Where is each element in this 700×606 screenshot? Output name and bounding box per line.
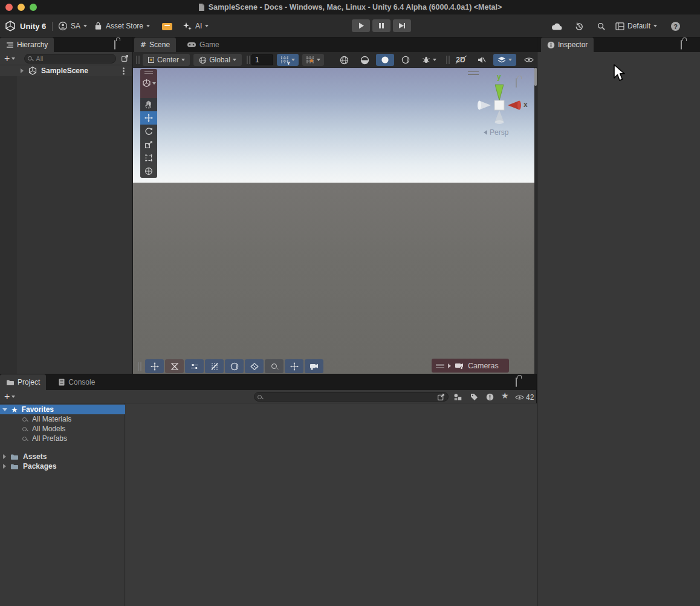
cloud-button[interactable] (551, 22, 563, 31)
grid-snap-button[interactable] (302, 54, 324, 66)
history-button[interactable] (574, 22, 584, 31)
rect-tool-button[interactable] (140, 151, 157, 165)
2d-toggle-button[interactable]: 2D (451, 54, 470, 66)
tree-item-assets[interactable]: Assets (0, 452, 125, 461)
hierarchy-search-input[interactable] (34, 54, 112, 63)
pause-button[interactable] (372, 19, 391, 32)
zoom-window-button[interactable] (30, 4, 37, 11)
debug-dropdown[interactable] (417, 54, 441, 66)
project-search-input[interactable] (264, 393, 435, 401)
kebab-icon[interactable] (123, 70, 125, 72)
projection-label[interactable]: Persp (484, 128, 508, 137)
search-overlay-button[interactable] (265, 359, 284, 373)
hierarchy-empty-area[interactable] (0, 76, 132, 374)
drag-handle[interactable] (136, 56, 140, 64)
tool-handle-position-dropdown[interactable]: Center (143, 54, 190, 66)
ai-menu[interactable]: AI (183, 21, 209, 31)
tab-inspector[interactable]: Inspector (541, 37, 594, 52)
move-overlay-button[interactable] (145, 359, 164, 373)
expand-arrow-icon[interactable] (448, 363, 451, 368)
grid-axis-button[interactable]: Y (277, 54, 299, 66)
account-label: SA (71, 22, 80, 30)
drag-handle[interactable] (247, 56, 250, 64)
collapse-arrow-icon[interactable] (2, 408, 7, 411)
asset-store-menu[interactable]: Asset Store (94, 21, 150, 31)
scene-row[interactable]: SampleScene (0, 65, 132, 76)
effects-dropdown[interactable] (493, 54, 516, 66)
lighting-toggle-button[interactable] (376, 54, 394, 66)
scene-visibility-button[interactable] (520, 54, 538, 66)
layout-menu[interactable]: Default (615, 22, 657, 30)
lock-toggle[interactable] (681, 41, 682, 49)
chevron-down-icon (433, 59, 436, 61)
archive-button[interactable] (162, 23, 172, 30)
chevron-down-icon[interactable] (11, 396, 15, 398)
project-content-area[interactable] (126, 403, 537, 606)
scene-viewport[interactable]: y x Persp (133, 68, 534, 374)
picker-icon[interactable] (437, 393, 445, 401)
filter-by-label-button[interactable] (470, 393, 478, 401)
gizmo-lock-toggle[interactable] (516, 79, 517, 87)
tree-item-all-models[interactable]: All Models (0, 424, 125, 434)
tree-item-favorites[interactable]: ★ Favorites (0, 405, 125, 414)
cameras-overlay[interactable]: Cameras (432, 359, 509, 373)
drag-handle[interactable] (138, 362, 141, 371)
visible-count[interactable]: 42 (515, 393, 534, 402)
create-button[interactable]: + (4, 393, 10, 401)
play-button[interactable] (352, 19, 370, 32)
picker-icon[interactable] (121, 54, 129, 62)
transform-overlay-button[interactable] (285, 359, 303, 373)
search-button[interactable] (597, 22, 606, 31)
camera-overlay-button[interactable] (305, 359, 323, 373)
project-search[interactable] (254, 392, 449, 402)
alerts-filter-button[interactable] (486, 393, 494, 401)
brand-label: Unity 6 (20, 22, 46, 31)
tree-item-all-prefabs[interactable]: All Prefabs (0, 434, 125, 443)
moon-toggle-button[interactable] (397, 54, 415, 66)
titlebar[interactable]: SampleScene - Docs - Windows, Mac, Linux… (0, 0, 700, 15)
tree-item-packages[interactable]: Packages (0, 461, 125, 471)
hierarchy-search[interactable] (24, 54, 116, 64)
tool-handle-rotation-dropdown[interactable]: Global (193, 54, 242, 66)
draw-mode-button[interactable] (335, 54, 353, 66)
expand-arrow-icon[interactable] (3, 454, 6, 459)
timeline-overlay-button[interactable] (165, 359, 184, 373)
lighting-overlay-button[interactable] (225, 359, 244, 373)
minimize-window-button[interactable] (18, 4, 25, 11)
shaded-wire-button[interactable] (355, 54, 374, 66)
window-title: SampleScene - Docs - Windows, Mac, Linux… (209, 3, 502, 11)
tab-console[interactable]: Console (52, 374, 101, 390)
tree-item-all-materials[interactable]: All Materials (0, 414, 125, 424)
tools-overlay-header[interactable] (140, 69, 157, 98)
scale-tool-button[interactable] (140, 138, 157, 151)
chevron-down-icon[interactable] (11, 57, 15, 60)
tab-project[interactable]: Project (0, 374, 46, 390)
help-button[interactable]: ? (671, 22, 680, 31)
view-tool-button[interactable] (140, 98, 157, 111)
create-button[interactable]: + (4, 54, 10, 63)
expand-arrow-icon[interactable] (21, 68, 24, 73)
account-menu[interactable]: SA (58, 21, 87, 31)
drag-handle[interactable] (446, 56, 450, 64)
grid-visibility-overlay-button[interactable] (205, 359, 224, 373)
layers-overlay-button[interactable] (245, 359, 264, 373)
transform-tool-button[interactable] (140, 165, 157, 178)
tab-scene[interactable]: # Scene (134, 37, 176, 52)
move-tool-button[interactable] (140, 111, 157, 125)
drag-handle[interactable] (436, 364, 444, 368)
filter-by-type-button[interactable] (453, 393, 462, 401)
rotate-tool-button[interactable] (140, 125, 157, 138)
expand-arrow-icon[interactable] (3, 464, 6, 469)
lock-toggle[interactable] (516, 378, 517, 386)
gizmo-y-cone[interactable] (495, 85, 504, 100)
tab-game[interactable]: Game (181, 37, 225, 52)
close-window-button[interactable] (5, 4, 13, 11)
sliders-overlay-button[interactable] (185, 359, 204, 373)
step-button[interactable] (393, 19, 411, 32)
grid-size-input[interactable] (251, 54, 273, 65)
lock-toggle[interactable] (114, 41, 115, 49)
audio-mute-button[interactable] (473, 54, 491, 66)
gizmo-center-cube[interactable] (494, 100, 504, 110)
favorites-filter-button[interactable]: ★ (501, 391, 509, 400)
tab-hierarchy[interactable]: Hierarchy (0, 37, 54, 52)
